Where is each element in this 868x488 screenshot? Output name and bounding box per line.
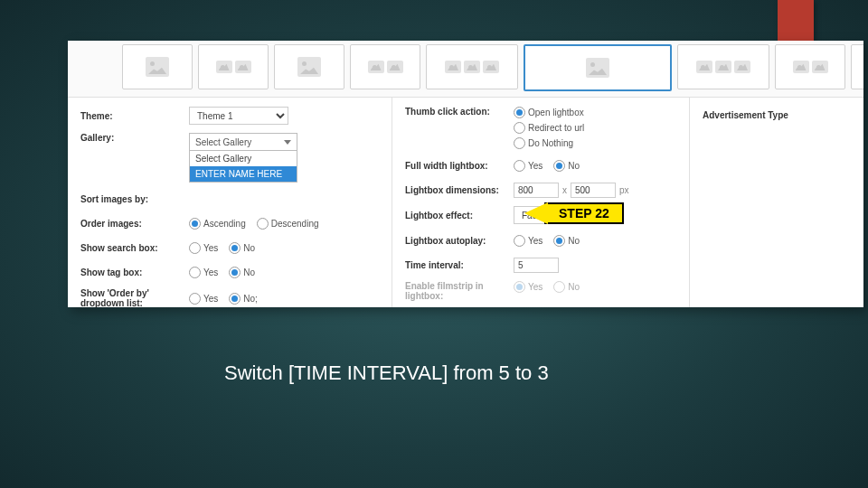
autoplay-yes-radio[interactable]: Yes [514, 235, 542, 247]
settings-column-3: Advertisement Type [690, 98, 863, 307]
theme-select[interactable]: Theme 1 [189, 107, 288, 125]
layout-option[interactable] [274, 44, 344, 89]
admin-screenshot-panel: Theme: Theme 1 Gallery: Select Gallery S… [68, 41, 863, 307]
search-yes-radio[interactable]: Yes [189, 242, 218, 254]
layout-option[interactable] [122, 44, 193, 89]
gallery-select-open[interactable]: Select Gallery Select Gallery ENTER NAME… [189, 133, 297, 183]
orderby-yes-radio[interactable]: Yes [189, 293, 218, 305]
thumb-redirect-radio[interactable]: Redirect to url [514, 122, 584, 134]
time-interval-label: Time interval: [405, 260, 514, 270]
order-ascending-radio[interactable]: Ascending [189, 218, 246, 230]
orderby-no-radio[interactable]: No; [229, 293, 258, 305]
full-lightbox-label: Full width lightbox: [405, 161, 514, 171]
lightbox-autoplay-label: Lightbox autoplay: [405, 236, 514, 246]
show-tag-label: Show tag box: [80, 267, 189, 277]
chevron-down-icon [284, 140, 291, 145]
gallery-option[interactable]: Select Gallery [190, 151, 297, 166]
layout-option[interactable] [677, 44, 769, 89]
layout-option[interactable] [350, 44, 420, 89]
instruction-caption: Switch [TIME INTERVAL] from 5 to 3 [224, 361, 549, 385]
advertisement-type-label: Advertisement Type [703, 110, 788, 120]
gallery-option-highlighted[interactable]: ENTER NAME HERE [190, 166, 297, 182]
show-orderby-label: Show 'Order by' dropdown list: [80, 288, 189, 307]
gallery-selected-value: Select Gallery [195, 137, 251, 147]
lightbox-dims-label: Lightbox dimensions: [405, 185, 514, 195]
full-yes-radio[interactable]: Yes [514, 160, 542, 172]
lightbox-effect-label: Lightbox effect: [405, 211, 514, 221]
lightbox-width-input[interactable] [514, 183, 559, 198]
layout-thumbnails [68, 41, 863, 98]
layout-option[interactable] [775, 44, 845, 89]
full-no-radio[interactable]: No [553, 160, 580, 172]
show-search-label: Show search box: [80, 243, 189, 253]
order-descending-radio[interactable]: Descending [257, 218, 319, 230]
lightbox-height-input[interactable] [571, 183, 616, 198]
time-interval-input[interactable] [514, 258, 559, 273]
thumb-click-label: Thumb click action: [405, 107, 514, 117]
thumb-open-lightbox-radio[interactable]: Open lightbox [514, 107, 584, 118]
layout-option[interactable] [426, 44, 518, 89]
order-label: Order images: [80, 219, 189, 229]
tag-yes-radio[interactable]: Yes [189, 267, 218, 278]
gallery-label: Gallery: [80, 133, 189, 143]
sort-label: Sort images by: [80, 194, 189, 204]
thumb-nothing-radio[interactable]: Do Nothing [514, 137, 573, 149]
layout-option[interactable] [851, 44, 863, 89]
filmstrip-no-radio[interactable]: No [553, 281, 580, 293]
layout-option-selected[interactable] [524, 44, 672, 91]
filmstrip-yes-radio[interactable]: Yes [514, 281, 542, 293]
search-no-radio[interactable]: No [229, 242, 255, 254]
layout-option[interactable] [198, 44, 269, 89]
tag-no-radio[interactable]: No [229, 267, 255, 278]
autoplay-no-radio[interactable]: No [553, 235, 580, 247]
arrow-left-icon [524, 202, 548, 224]
step-callout: STEP 22 [524, 202, 624, 224]
settings-column-1: Theme: Theme 1 Gallery: Select Gallery S… [68, 98, 392, 307]
step-number-box: STEP 22 [544, 202, 624, 224]
filmstrip-enable-label: Enable filmstrip in lightbox: [405, 281, 514, 301]
theme-label: Theme: [80, 111, 189, 121]
